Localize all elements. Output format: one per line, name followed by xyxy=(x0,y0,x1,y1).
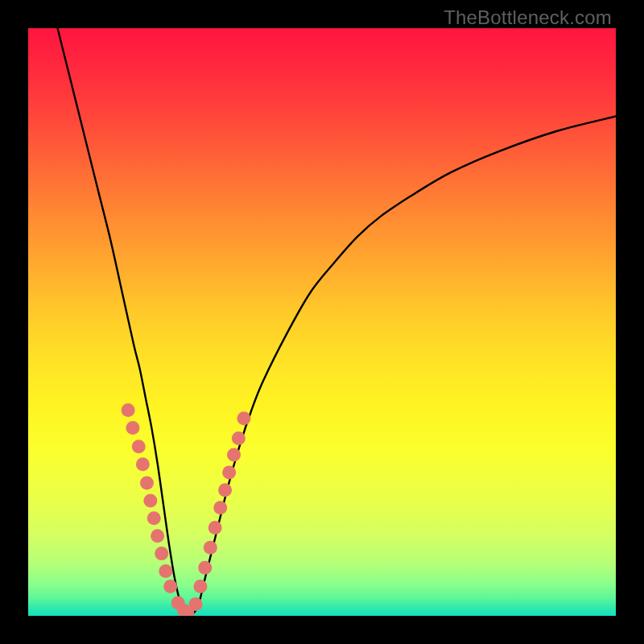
data-dot-left xyxy=(140,477,154,490)
data-dot-left xyxy=(136,457,150,471)
data-dot-left xyxy=(151,529,164,543)
data-dot-right xyxy=(237,411,250,425)
data-dot-left xyxy=(147,511,161,525)
data-dot-right xyxy=(222,465,236,479)
data-dot-right xyxy=(198,561,212,575)
data-dot-left xyxy=(159,564,172,578)
plot-area xyxy=(28,28,616,616)
data-dot-left xyxy=(122,403,135,417)
data-dot-right xyxy=(204,541,217,555)
bottleneck-curve xyxy=(58,28,617,615)
data-dot-right xyxy=(218,483,232,497)
data-dot-left xyxy=(126,421,139,435)
data-dot-right xyxy=(232,431,246,445)
data-dot-left xyxy=(163,580,177,593)
data-dot-right xyxy=(208,521,222,535)
data-dot-right xyxy=(213,501,227,514)
watermark-label: TheBottleneck.com xyxy=(444,6,612,29)
curve-layer xyxy=(28,28,616,616)
data-dot-right xyxy=(227,448,241,461)
data-dot-left xyxy=(132,440,146,453)
data-dot-left xyxy=(155,547,168,560)
data-dot-left xyxy=(143,493,157,507)
chart-stage: TheBottleneck.com xyxy=(0,0,644,644)
data-dot-right xyxy=(193,580,207,593)
